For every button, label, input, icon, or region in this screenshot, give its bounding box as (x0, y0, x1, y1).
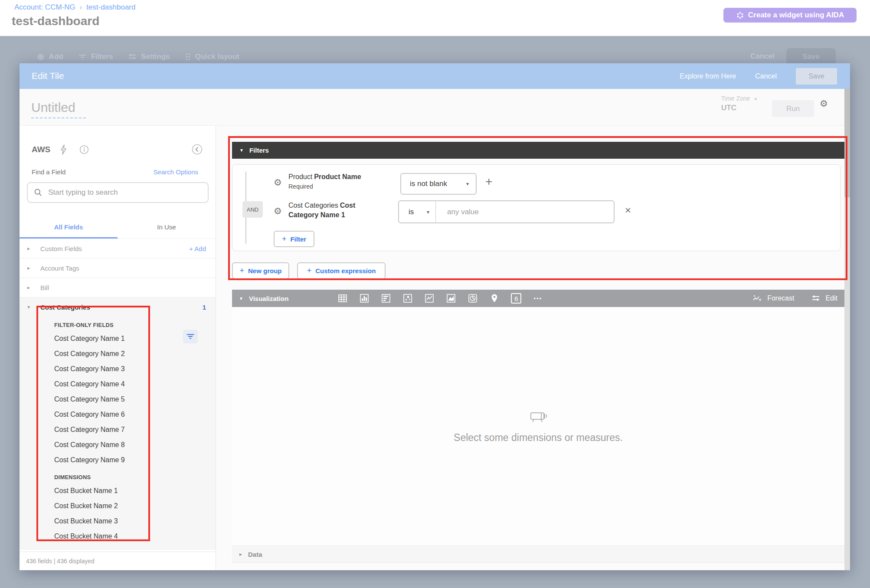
field-cost-category-7[interactable]: Cost Category Name 7 (54, 422, 216, 437)
chevron-down-icon: ▾ (427, 209, 429, 215)
grid-dots-icon (185, 53, 191, 61)
explore-from-here-link[interactable]: Explore from Here (680, 72, 736, 80)
filters-section-header[interactable]: ▼ Filters (232, 142, 844, 159)
search-options-link[interactable]: Search Options (154, 168, 198, 176)
field-cost-bucket-2[interactable]: Cost Bucket Name 2 (54, 498, 216, 513)
add-custom-field-button[interactable]: + Add (189, 245, 206, 252)
viz-single-value-icon[interactable]: 6 (510, 293, 522, 304)
tab-all-fields[interactable]: All Fields (20, 217, 118, 238)
dashboard-toolbar: ⊕ Add Filters Settings (0, 48, 870, 65)
projector-screen-icon (529, 409, 547, 424)
field-cost-category-5[interactable]: Cost Category Name 5 (54, 392, 216, 407)
filter1-operator-dropdown[interactable]: is not blank ▾ (400, 173, 477, 195)
aida-flower-icon (736, 11, 744, 20)
collapse-sidebar-icon[interactable] (192, 144, 203, 155)
viz-more-icon[interactable]: ••• (532, 293, 543, 304)
viz-bar-chart-icon[interactable] (380, 293, 392, 304)
viz-type-picker: 6 ••• (337, 293, 543, 304)
field-cost-category-9[interactable]: Cost Category Name 9 (54, 452, 216, 467)
field-cost-category-4[interactable]: Cost Category Name 4 (54, 376, 216, 392)
explore-name: AWS (32, 145, 50, 154)
filter2-operator-dropdown[interactable]: is ▾ (398, 200, 436, 223)
filter1-gear-icon[interactable]: ⚙ (274, 177, 282, 188)
search-icon (34, 188, 43, 197)
page-title: test-dashboard (12, 14, 99, 28)
sidebar-section-bill[interactable]: ▸ Bill (20, 278, 216, 297)
dashboard-settings-button[interactable]: Settings (128, 52, 170, 61)
sidebar-section-custom-fields[interactable]: ▸ Custom Fields + Add (20, 238, 216, 258)
filters-card: ⚙ ProductProduct Name Required is not bl… (232, 164, 841, 251)
caret-right-icon: ▸ (27, 284, 40, 291)
field-cost-category-8[interactable]: Cost Category Name 8 (54, 437, 216, 452)
modal-body: AWS Find a Field Search Option (20, 126, 850, 570)
info-icon[interactable] (79, 145, 89, 154)
sliders-icon (128, 53, 137, 61)
new-group-button[interactable]: + New group (232, 262, 289, 279)
breadcrumb-current-link[interactable]: test-dashboard (86, 3, 135, 12)
sidebar-section-account-tags[interactable]: ▸ Account Tags (20, 258, 216, 278)
field-cost-bucket-1[interactable]: Cost Bucket Name 1 (54, 483, 216, 498)
query-settings-gear-icon[interactable]: ⚙ (820, 98, 828, 109)
sliders-icon (811, 294, 820, 302)
filter1-field-label: ProductProduct Name Required (288, 172, 361, 191)
run-button[interactable]: Run (772, 100, 814, 117)
field-tabs: All Fields In Use (20, 217, 216, 238)
tile-name-input[interactable]: Untitled (31, 100, 86, 118)
forecast-icon (752, 294, 762, 302)
field-cost-bucket-3[interactable]: Cost Bucket Name 3 (54, 513, 216, 529)
visualization-empty-state: Select some dimensions or measures. (232, 307, 844, 546)
filter2-gear-icon[interactable]: ⚙ (274, 206, 282, 216)
field-cost-category-3[interactable]: Cost Category Name 3 (54, 361, 216, 376)
filter2-remove-icon[interactable]: × (625, 204, 631, 216)
forecast-button[interactable]: Forecast (752, 294, 794, 302)
field-search-box[interactable] (27, 182, 209, 203)
scrollbar-thumb[interactable] (844, 89, 850, 197)
caret-down-icon: ▾ (27, 304, 40, 310)
add-circle-icon: ⊕ (37, 52, 45, 62)
timezone-label: Time Zone (721, 95, 750, 102)
dashboard-filters-button[interactable]: Filters (78, 52, 113, 61)
viz-map-icon[interactable] (489, 293, 500, 304)
search-input[interactable] (48, 188, 202, 197)
filter-logic-and-pill[interactable]: AND (242, 201, 263, 218)
aida-button-label: Create a widget using AIDA (748, 11, 844, 20)
sidebar-section-cost-categories[interactable]: ▾ Cost Categories 1 (20, 297, 216, 317)
dashboard-cancel-button[interactable]: Cancel (750, 52, 775, 61)
modal-scrollbar[interactable] (844, 89, 850, 570)
add-filter-button[interactable]: + Filter (274, 231, 314, 247)
add-tile-button[interactable]: ⊕ Add (37, 52, 63, 62)
filter1-add-value-button[interactable]: + (485, 175, 492, 189)
modal-save-button[interactable]: Save (796, 68, 837, 85)
custom-expression-button[interactable]: + Custom expression (297, 262, 386, 279)
active-filter-chip[interactable] (183, 330, 198, 343)
viz-table-icon[interactable] (337, 293, 348, 304)
viz-scatter-icon[interactable] (402, 293, 413, 304)
filter-lines-icon (78, 53, 87, 60)
quick-layout-button[interactable]: Quick layout (185, 52, 239, 61)
breadcrumb-account-link[interactable]: Account: CCM-NG (14, 3, 75, 12)
data-section-header[interactable]: ▸ Data (232, 546, 844, 563)
filter2-value-input[interactable] (435, 200, 615, 223)
viz-column-chart-icon[interactable] (359, 293, 370, 304)
viz-line-chart-icon[interactable] (424, 293, 435, 304)
funnel-filter-icon (186, 333, 194, 340)
tab-in-use[interactable]: In Use (118, 217, 216, 238)
plus-icon: + (239, 266, 244, 275)
edit-visualization-button[interactable]: Edit (811, 294, 837, 302)
edit-tile-screen: Account: CCM-NG › test-dashboard test-da… (0, 0, 870, 588)
viz-area-chart-icon[interactable] (445, 293, 457, 304)
modal-cancel-button[interactable]: Cancel (755, 72, 777, 80)
breadcrumb: Account: CCM-NG › test-dashboard (14, 3, 135, 12)
field-cost-bucket-4[interactable]: Cost Bucket Name 4 (54, 529, 216, 544)
cost-categories-filter-count: 1 (203, 304, 206, 311)
cost-categories-field-list: FILTER-ONLY FIELDS Cost Category Name 1 … (20, 317, 216, 550)
visualization-section-header[interactable]: ▼ Visualization (232, 290, 844, 307)
caret-down-icon: ▼ (239, 148, 244, 153)
field-cost-category-2[interactable]: Cost Category Name 2 (54, 346, 216, 361)
timezone-value: UTC (721, 104, 757, 112)
timezone-selector[interactable]: Time Zone ▾ UTC (721, 95, 757, 112)
viz-pie-chart-icon[interactable] (467, 293, 478, 304)
create-widget-aida-button[interactable]: Create a widget using AIDA (723, 8, 857, 23)
dashboard-save-button[interactable]: Save (786, 48, 836, 65)
field-cost-category-6[interactable]: Cost Category Name 6 (54, 407, 216, 422)
